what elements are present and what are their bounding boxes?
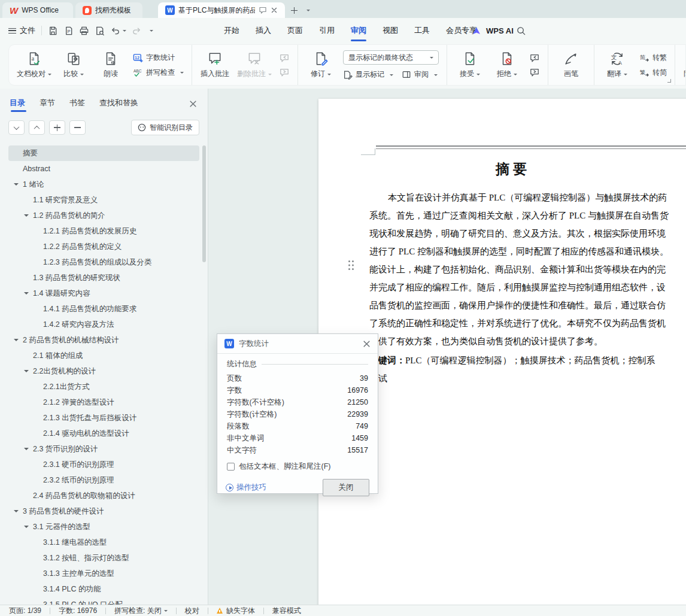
menu-tab[interactable]: 页面 [287, 25, 303, 36]
traditional-to-simplified-button[interactable]: 繁 转简 [639, 68, 667, 78]
toc-expand-arrow-icon[interactable] [14, 339, 19, 344]
word-count-indicator[interactable]: 字数: 16976 [59, 606, 97, 616]
sidebar-tab-contents[interactable]: 目录 [10, 98, 25, 114]
menu-tab[interactable]: 引用 [319, 25, 335, 36]
menu-tab[interactable]: 工具 [414, 25, 430, 36]
restrict-editing-button[interactable]: 限制编辑 [683, 51, 686, 79]
toc-item[interactable]: 1.3 药品售货机的研究现状 [8, 270, 199, 286]
sidebar-tab-bookmarks[interactable]: 书签 [69, 98, 85, 114]
toc-item[interactable]: 1.4.1 药品售货机的功能要求 [8, 301, 199, 317]
reject-change-button[interactable]: 拒绝 [492, 51, 522, 79]
markup-state-combobox[interactable]: 显示标记的最终状态 [343, 50, 439, 65]
export-pdf-button[interactable]: P [63, 26, 74, 36]
toc-item[interactable]: 3.1.4 PLC 的功能 [8, 581, 199, 597]
toc-expand-arrow-icon[interactable] [24, 214, 29, 219]
toc-expand-arrow-icon[interactable] [24, 370, 29, 375]
menu-tab[interactable]: 视图 [383, 25, 398, 36]
search-button[interactable] [516, 18, 526, 43]
toc-item[interactable]: 1.4.2 研究内容及方法 [8, 317, 199, 332]
include-footnotes-checkbox[interactable] [227, 463, 235, 471]
toc-expand-arrow-icon[interactable] [14, 510, 19, 515]
undo-button[interactable] [110, 26, 126, 36]
tab-document[interactable]: W 基于PLC与触摸屏的药品售货机 [158, 2, 285, 18]
missing-font-warning[interactable]: 缺失字体 [226, 606, 255, 616]
review-pane-button[interactable]: 审阅 [402, 69, 438, 80]
collapse-all-button[interactable] [29, 120, 45, 135]
toc-expand-arrow-icon[interactable] [24, 292, 29, 297]
toc-item[interactable]: 2.3 货币识别的设计 [8, 441, 199, 457]
previous-change-icon[interactable] [529, 53, 540, 63]
paragraph-drag-handle-icon[interactable] [348, 260, 350, 262]
menu-tab[interactable]: 开始 [224, 25, 239, 36]
sidebar-close-icon[interactable] [189, 100, 197, 108]
spellcheck-status[interactable]: 拼写检查: 关闭 [114, 606, 162, 616]
proofread-button[interactable]: 校对 [185, 606, 199, 616]
file-menu-button[interactable]: 文件 [8, 25, 35, 36]
toc-item[interactable]: 1.2.3 药品售货机的组成以及分类 [8, 254, 199, 270]
next-change-icon[interactable] [529, 68, 540, 77]
sidebar-tab-find-replace[interactable]: 查找和替换 [99, 98, 138, 114]
ink-pen-button[interactable]: 画笔 [556, 51, 586, 79]
sidebar-scrollbar-thumb[interactable] [202, 145, 206, 262]
toc-item[interactable]: 1.2.1 药品售货机的发展历史 [8, 223, 199, 239]
delete-comment-button[interactable]: 删除批注 [237, 51, 272, 79]
toc-item[interactable]: 1 绪论 [8, 177, 199, 192]
tab-docer-templates[interactable]: 找稻壳模板 [75, 2, 142, 18]
toc-item[interactable]: 3.1.5 PLC 的 I/O 口分配 [8, 597, 199, 605]
page-indicator[interactable]: 页面: 1/39 [9, 606, 41, 616]
menu-tab[interactable]: 插入 [256, 25, 271, 36]
redo-button[interactable] [132, 26, 142, 36]
toc-item[interactable]: 1.2 药品售货机的简介 [8, 208, 199, 223]
dialog-close-icon[interactable] [363, 340, 371, 348]
compare-button[interactable]: 比较 [59, 51, 89, 79]
zoom-in-outline-button[interactable] [49, 120, 65, 135]
show-markup-button[interactable]: 显示标记 [343, 69, 393, 80]
toc-item[interactable]: 3.1.1 继电器的选型 [8, 535, 199, 550]
group-expand-icon[interactable] [667, 79, 671, 83]
translate-button[interactable]: 文 A 翻译 [602, 51, 632, 79]
toc-item[interactable]: 1.2.2 药品售货机的定义 [8, 239, 199, 254]
word-count-button[interactable]: 12 字数统计 [133, 53, 184, 63]
read-aloud-button[interactable]: 朗读 [96, 51, 126, 79]
toc-item[interactable]: 2.1.2 弹簧的选型设计 [8, 395, 199, 410]
track-changes-button[interactable]: 修订 [306, 51, 336, 79]
toc-item[interactable]: 1.1 研究背景及意义 [8, 192, 199, 208]
tab-close-icon[interactable] [271, 7, 278, 14]
next-comment-icon[interactable] [279, 68, 290, 77]
toc-item[interactable]: 3.1.2 按钮、指示灯的选型 [8, 550, 199, 566]
simplified-to-traditional-button[interactable]: 简 转繁 [639, 53, 667, 63]
tab-list-dropdown[interactable] [300, 4, 314, 17]
close-button[interactable]: 关闭 [323, 479, 369, 496]
spell-check-button[interactable]: ABC 拼写检查 [133, 68, 184, 78]
accept-change-button[interactable]: 接受 [455, 51, 485, 79]
toc-item[interactable]: 3.1 元器件的选型 [8, 519, 199, 535]
toc-item[interactable]: 2.1.3 出货托盘与后挡板设计 [8, 410, 199, 426]
previous-comment-icon[interactable] [279, 53, 290, 63]
sidebar-tab-chapters[interactable]: 章节 [40, 98, 55, 114]
wps-ai-button[interactable]: WPS AI [472, 18, 514, 43]
toc-item[interactable]: 3.1.3 主控单元的选型 [8, 566, 199, 581]
toc-item[interactable]: 2.2出货机构的设计 [8, 363, 199, 379]
toc-item[interactable]: 2.2.1出货方式 [8, 379, 199, 395]
toc-item[interactable]: 摘要 [8, 145, 199, 161]
toc-item[interactable]: 2.3.1 硬币的识别原理 [8, 457, 199, 472]
tab-comment-icon[interactable] [259, 6, 267, 14]
compatibility-mode-badge[interactable]: 兼容模式 [272, 606, 301, 616]
save-button[interactable] [48, 26, 58, 36]
toc-item[interactable]: 2.3.2 纸币的识别原理 [8, 472, 199, 488]
doc-proofread-button[interactable]: a 文档校对 [17, 51, 51, 79]
smart-toc-button[interactable]: 智能识别目录 [131, 120, 199, 135]
toc-item[interactable]: 2.1 箱体的组成 [8, 348, 199, 363]
toc-expand-arrow-icon[interactable] [14, 183, 19, 188]
print-preview-button[interactable] [95, 26, 105, 36]
expand-all-button[interactable] [8, 120, 25, 135]
menu-tab[interactable]: 审阅 [351, 25, 366, 36]
toc-item[interactable]: 3 药品售货机的硬件设计 [8, 503, 199, 519]
zoom-out-outline-button[interactable] [69, 120, 86, 135]
toc-item[interactable]: 2.4 药品售货机的取物箱的设计 [8, 488, 199, 503]
toc-item[interactable]: 1.4 课题研究内容 [8, 286, 199, 301]
tab-wps-home[interactable]: W WPS Office [2, 2, 73, 18]
toc-item[interactable]: Abstract [8, 161, 199, 177]
toc-expand-arrow-icon[interactable] [24, 448, 29, 453]
new-tab-button[interactable] [287, 4, 300, 17]
